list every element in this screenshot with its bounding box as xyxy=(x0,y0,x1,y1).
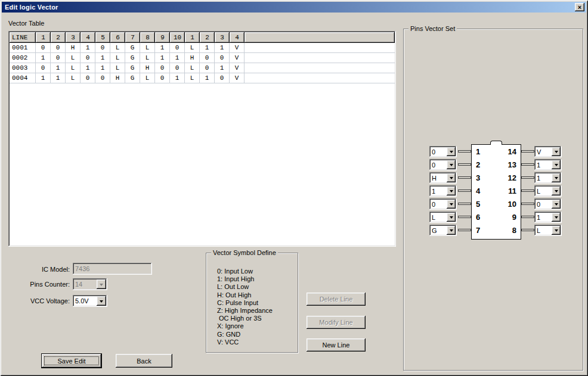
new-line-button[interactable]: New Line xyxy=(307,338,366,352)
vector-cell: L xyxy=(66,63,81,73)
vector-cell: 0 xyxy=(51,43,66,53)
column-header[interactable]: 3 xyxy=(66,32,81,43)
vector-cell: 1 xyxy=(51,63,66,73)
column-header[interactable]: 6 xyxy=(110,32,125,43)
table-row[interactable]: 000301L11LGH00L01V xyxy=(10,63,395,73)
pin-14-value: V xyxy=(537,146,541,157)
table-row[interactable]: 000210L01LGL11H00V xyxy=(10,53,395,63)
dropdown-arrow-button[interactable] xyxy=(552,187,561,195)
pin-number: 14 xyxy=(497,146,516,157)
symbol-define-line: Z: High Impedance xyxy=(217,307,273,315)
vector-cell: 1 xyxy=(170,53,185,63)
pin-8-select[interactable]: L xyxy=(534,225,562,236)
column-header[interactable]: 1 xyxy=(185,32,200,43)
pin-14-select[interactable]: V xyxy=(534,146,562,157)
pin-lead xyxy=(521,176,534,179)
pin-5-select[interactable]: 0 xyxy=(429,198,457,210)
symbol-define-line: C: Pulse Input xyxy=(217,299,273,307)
pins-canvas: 0102H31405L6G7V14113112L1101019L8 xyxy=(404,30,582,369)
column-header[interactable]: 5 xyxy=(95,32,110,43)
pin-number: 6 xyxy=(476,212,489,223)
row-filler xyxy=(245,63,395,73)
column-header[interactable]: 10 xyxy=(170,32,185,43)
symbol-define-line: H: Out High xyxy=(217,291,273,299)
column-header[interactable]: LINE xyxy=(10,32,36,43)
ic-model-label: IC Model: xyxy=(10,266,70,273)
close-button[interactable]: × xyxy=(575,3,584,11)
column-header[interactable]: 4 xyxy=(230,32,245,43)
pin-13-select[interactable]: 1 xyxy=(534,159,562,170)
dropdown-arrow-button[interactable] xyxy=(552,213,561,222)
chevron-down-icon xyxy=(555,177,558,179)
vector-cell: V xyxy=(230,53,245,63)
pin-lead xyxy=(458,216,471,218)
vector-cell: 0 xyxy=(81,73,95,83)
vector-cell: L xyxy=(110,43,125,53)
dropdown-arrow-button[interactable] xyxy=(447,160,456,169)
vector-cell: 1 xyxy=(200,43,215,53)
column-header[interactable]: 8 xyxy=(140,32,155,43)
pin-10-value: 0 xyxy=(537,198,540,210)
pin-number: 8 xyxy=(497,225,516,236)
pin-6-select[interactable]: L xyxy=(429,212,457,223)
chevron-down-icon xyxy=(555,203,558,206)
pins-counter-label: Pins Counter: xyxy=(10,281,70,288)
dropdown-arrow-button[interactable] xyxy=(552,160,561,169)
dropdown-arrow-button[interactable] xyxy=(97,296,106,306)
vector-cell: L xyxy=(185,43,200,53)
line-number-cell: 0002 xyxy=(10,53,36,63)
column-header[interactable]: 4 xyxy=(81,32,95,43)
column-header[interactable]: 9 xyxy=(155,32,170,43)
pin-11-select[interactable]: L xyxy=(534,185,562,197)
vcc-voltage-select[interactable]: 5.0V xyxy=(73,295,107,307)
symbol-define-line: 1: Input High xyxy=(217,275,273,283)
dropdown-arrow-button[interactable] xyxy=(447,226,456,235)
table-row[interactable]: 000411L00HGL01L10V xyxy=(10,73,395,83)
vector-cell: 1 xyxy=(36,73,51,83)
pin-lead xyxy=(458,229,471,231)
pin-9-select[interactable]: 1 xyxy=(534,212,562,223)
dropdown-arrow-button[interactable] xyxy=(447,200,456,209)
pin-lead xyxy=(458,189,471,192)
pin-lead xyxy=(521,203,534,205)
pins-vector-set-group: Pins Vector Set 0102H31405L6G7V14113112L… xyxy=(403,29,583,371)
vector-cell: 0 xyxy=(95,43,110,53)
column-header[interactable]: 7 xyxy=(125,32,140,43)
dropdown-arrow-button[interactable] xyxy=(552,173,561,182)
pin-7-select[interactable]: G xyxy=(429,225,457,236)
chip-notch-icon xyxy=(490,141,502,145)
pin-4-select[interactable]: 1 xyxy=(429,185,457,197)
column-header[interactable]: 3 xyxy=(215,32,230,43)
vector-cell: 0 xyxy=(170,43,185,53)
pin-number: 4 xyxy=(476,185,489,197)
table-row[interactable]: 000100H10LGL10L11V xyxy=(10,43,395,53)
chevron-down-icon xyxy=(100,284,103,286)
pin-lead xyxy=(458,176,471,179)
dropdown-arrow-button[interactable] xyxy=(447,187,456,195)
column-header-filler xyxy=(245,32,395,43)
pin-1-select[interactable]: 0 xyxy=(429,146,457,157)
pin-7-value: G xyxy=(432,225,437,236)
dropdown-arrow-button[interactable] xyxy=(447,213,456,222)
dropdown-arrow-button[interactable] xyxy=(447,173,456,182)
dropdown-arrow-button[interactable] xyxy=(552,147,561,156)
symbol-define-list: 0: Input Low1: Input HighL: Out LowH: Ou… xyxy=(217,268,273,346)
back-button[interactable]: Back xyxy=(116,354,172,368)
pin-3-select[interactable]: H xyxy=(429,172,457,184)
chevron-down-icon xyxy=(555,164,558,166)
column-header[interactable]: 1 xyxy=(36,32,51,43)
column-header[interactable]: 2 xyxy=(200,32,215,43)
dropdown-arrow-button[interactable] xyxy=(552,200,561,209)
pin-lead xyxy=(458,150,471,153)
pin-2-select[interactable]: 0 xyxy=(429,159,457,170)
pin-10-select[interactable]: 0 xyxy=(534,198,562,210)
dropdown-arrow-button[interactable] xyxy=(552,226,561,235)
chevron-down-icon xyxy=(555,190,558,192)
modify-line-button: Modify Line xyxy=(307,316,366,329)
save-edit-button[interactable]: Save Edit xyxy=(42,354,101,368)
column-header[interactable]: 2 xyxy=(51,32,66,43)
vector-table[interactable]: LINE123456789101234 000100H10LGL10L11V00… xyxy=(8,31,396,247)
dropdown-arrow-button[interactable] xyxy=(447,147,456,156)
pin-12-select[interactable]: 1 xyxy=(534,172,562,184)
title-bar[interactable]: Edit logic Vector × xyxy=(2,2,586,13)
